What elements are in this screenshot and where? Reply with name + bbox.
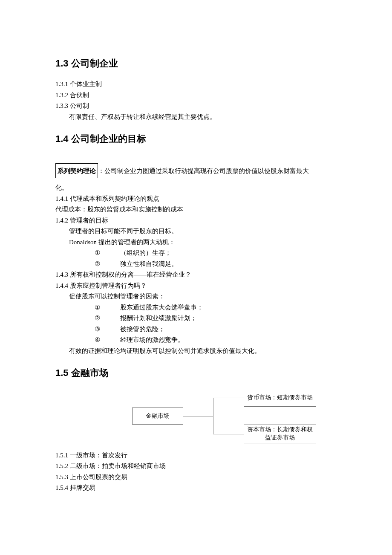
- boxed-tail: ：公司制企业力图通过采取行动提高现有公司股票的价值以使股东财富最大: [98, 168, 309, 174]
- item-1-4-2-b-1: ① （组织的）生存；: [55, 248, 337, 259]
- item-1-3-1: 1.3.1 个体业主制: [55, 79, 337, 90]
- circle-text-1: （组织的）生存；: [120, 248, 171, 259]
- item-1-4-4-c: 有效的证据和理论均证明股东可以控制公司并追求股东价值最大化。: [55, 346, 337, 357]
- heading-1-5: 1.5 金融市场: [55, 365, 337, 381]
- item-1-5-3: 1.5.3 上市公司股票的交易: [55, 472, 337, 483]
- item-1-4-4-b-3: ③ 被接管的危险；: [55, 324, 337, 335]
- item-1-4-3: 1.4.3 所有权和控制权的分离——谁在经营企业？: [55, 269, 337, 280]
- item-1-4-4-a: 促使股东可以控制管理者的因素：: [55, 291, 337, 302]
- item-1-5-2: 1.5.2 二级市场：拍卖市场和经销商市场: [55, 461, 337, 472]
- circle-text-1b: 股东通过股东大会选举董事；: [120, 302, 203, 313]
- item-1-5-1: 1.5.1 一级市场：首次发行: [55, 450, 337, 461]
- circle-num-3b: ③: [95, 324, 120, 335]
- boxed-term: 系列契约理论: [55, 163, 98, 179]
- financial-market-diagram: 金融市场 货币市场：短期债券市场 资本市场：长期债券和权益证券市场: [132, 389, 320, 444]
- diagram-money-market-box: 货币市场：短期债券市场: [244, 389, 316, 407]
- item-1-4-1: 1.4.1 代理成本和系列契约理论的观点: [55, 194, 337, 205]
- circle-num-2: ②: [95, 259, 120, 270]
- circle-text-4b: 经理市场的激烈竞争。: [120, 335, 184, 346]
- item-1-4-1-note: 代理成本：股东的监督成本和实施控制的成本: [55, 204, 337, 215]
- circle-text-2b: 报酬计划和业绩激励计划；: [120, 313, 197, 324]
- contract-theory-line: 系列契约理论：公司制企业力图通过采取行动提高现有公司股票的价值以使股东财富最大: [55, 163, 337, 179]
- item-1-5-4: 1.5.4 挂牌交易: [55, 483, 337, 494]
- item-1-4-2: 1.4.2 管理者的目标: [55, 215, 337, 226]
- item-1-4-4-b-2: ② 报酬计划和业绩激励计划；: [55, 313, 337, 324]
- item-1-3-3-note: 有限责任、产权易于转让和永续经营是其主要优点。: [55, 112, 337, 123]
- item-1-4-4-b-1: ① 股东通过股东大会选举董事；: [55, 302, 337, 313]
- item-1-4-2-b-2: ② 独立性和自我满足。: [55, 259, 337, 270]
- heading-1-3: 1.3 公司制企业: [55, 55, 337, 71]
- diagram-capital-market-box: 资本市场：长期债券和权益证券市场: [244, 425, 316, 443]
- circle-num-1b: ①: [95, 302, 120, 313]
- item-1-4-4: 1.4.4 股东应控制管理者行为吗？: [55, 280, 337, 292]
- item-1-3-3: 1.3.3 公司制: [55, 101, 337, 112]
- diagram-root-box: 金融市场: [132, 408, 183, 425]
- circle-text-3b: 被接管的危险；: [120, 324, 165, 335]
- item-1-3-2: 1.3.2 合伙制: [55, 90, 337, 101]
- item-1-4-4-b-4: ④ 经理市场的激烈竞争。: [55, 335, 337, 346]
- heading-1-4: 1.4 公司制企业的目标: [55, 131, 337, 147]
- circle-text-2: 独立性和自我满足。: [120, 259, 178, 270]
- circle-num-4b: ④: [95, 335, 120, 346]
- item-1-4-2-a: 管理者的目标可能不同于股东的目标。: [55, 226, 337, 237]
- boxed-tail2: 化。: [55, 182, 337, 194]
- item-1-4-2-b: Donaldson 提出的管理者的两大动机：: [55, 237, 337, 248]
- circle-num-2b: ②: [95, 313, 120, 324]
- circle-num-1: ①: [95, 248, 120, 259]
